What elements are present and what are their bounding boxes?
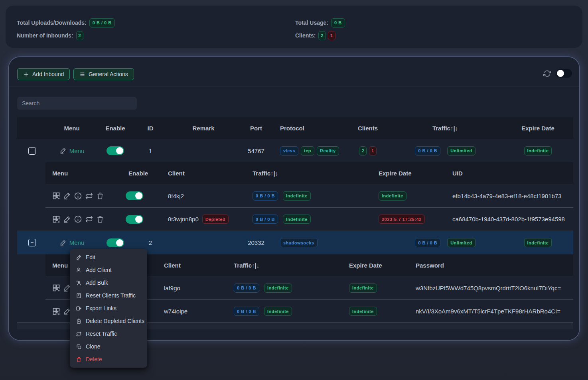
collapse-row-button[interactable]: −	[28, 147, 36, 155]
inbound-protocols: vless tcp Reality	[272, 146, 353, 156]
traffic-badge: 0 B / 0 B	[253, 191, 278, 201]
info-icon[interactable]	[74, 192, 82, 200]
header-enable: Enable	[97, 125, 134, 132]
trash-icon	[76, 356, 82, 362]
menu-item-export-links[interactable]: Export Links	[70, 302, 147, 315]
qrcode-icon[interactable]	[52, 192, 60, 200]
header-expire: Expire Date	[372, 170, 446, 177]
general-actions-button[interactable]: General Actions	[73, 68, 134, 80]
table-header: Menu Enable ID Remark Port Protocol Clie…	[17, 117, 573, 139]
trash-icon[interactable]	[96, 192, 104, 200]
inbound-traffic: 0 B / 0 B Unlimited	[382, 146, 508, 156]
stat-value-badge: 2	[76, 31, 84, 40]
search-input[interactable]	[17, 97, 137, 110]
stat-total-usage: Total Usage: 0 B	[295, 18, 345, 28]
edit-pen-icon	[59, 147, 67, 154]
stat-total-uploads-downloads: Total Uploads/Downloads: 0 B / 0 B	[17, 18, 115, 28]
inbound-clients: 2 1	[353, 146, 382, 156]
stats-panel: Total Uploads/Downloads: 0 B / 0 B Numbe…	[6, 6, 582, 48]
expire-badge: Indefinite	[349, 284, 377, 293]
traffic-limit-badge: Unlimited	[447, 146, 476, 156]
header-menu: Menu	[47, 125, 97, 132]
traffic-badge: 0 B / 0 B	[234, 284, 259, 293]
add-inbound-button[interactable]: Add Inbound	[17, 68, 70, 80]
delete-depleted-icon	[76, 318, 82, 324]
clients-depleted-badge: 1	[328, 31, 335, 40]
stat-label: Total Usage:	[295, 20, 328, 26]
inbound-enable-toggle[interactable]	[107, 146, 124, 155]
expire-badge: Indefinite	[524, 238, 552, 247]
inbound-port: 20332	[240, 239, 272, 246]
refresh-icon[interactable]	[543, 70, 551, 77]
user-add-icon	[76, 267, 82, 273]
expire-badge: Indefinite	[349, 307, 377, 316]
inbound-id: 1	[134, 148, 167, 154]
qrcode-icon[interactable]	[52, 307, 60, 315]
menu-item-delete-depleted-clients[interactable]: Delete Depleted Clients	[70, 315, 147, 327]
traffic-badge: 0 B / 0 B	[234, 307, 259, 316]
client-enable-toggle[interactable]	[126, 191, 143, 200]
inbound-id: 2	[134, 239, 167, 246]
client-name: 8f4kj2	[168, 193, 184, 199]
header-enable: Enable	[122, 170, 161, 177]
menu-item-add-bulk[interactable]: Add Bulk	[70, 276, 147, 289]
qrcode-icon[interactable]	[52, 215, 60, 223]
traffic-limit-badge: Indefinite	[264, 307, 292, 316]
inbound-menu-button[interactable]: Menu	[59, 239, 85, 246]
header-expire: Expire Date	[342, 262, 409, 269]
inbound-context-menu: Edit Add Client Add Bulk Reset Clients T…	[70, 249, 147, 368]
protocol-badge: tcp	[301, 146, 314, 156]
header-uid: UID	[446, 170, 573, 177]
edit-pen-icon[interactable]	[63, 215, 71, 223]
reset-traffic-icon[interactable]	[85, 215, 93, 223]
menu-item-reset-clients-traffic[interactable]: Reset Clients Traffic	[70, 289, 147, 302]
dark-mode-toggle[interactable]	[556, 69, 572, 78]
menu-lines-icon	[79, 71, 85, 77]
info-icon[interactable]	[74, 215, 82, 223]
protocol-badge: vless	[280, 146, 298, 156]
collapse-row-button[interactable]: −	[28, 239, 36, 246]
header-traffic[interactable]: Traffic↑|↓	[382, 125, 508, 132]
menu-item-add-client[interactable]: Add Client	[70, 264, 147, 276]
inbound-expire: Indefinite	[508, 146, 573, 156]
header-traffic[interactable]: Traffic↑|↓	[227, 262, 342, 269]
expire-badge: 2023-5-7 17:25:42	[379, 215, 425, 224]
header-port: Port	[240, 125, 272, 132]
traffic-limit-badge: Indefinite	[283, 191, 311, 201]
inbound-menu-button[interactable]: Menu	[59, 147, 85, 154]
traffic-badge: 0 B / 0 B	[415, 146, 440, 156]
edit-pen-icon[interactable]	[63, 192, 71, 200]
trash-icon[interactable]	[96, 215, 104, 223]
client-uid: efb14b43-4a79-4e83-ef18-e48cf1901b73	[446, 193, 573, 199]
subtable-header: Menu Enable Client Traffic↑|↓ Expire Dat…	[45, 162, 573, 184]
menu-item-edit[interactable]: Edit	[70, 251, 147, 264]
client-enable-toggle[interactable]	[126, 215, 143, 224]
traffic-badge: 0 B / 0 B	[415, 238, 440, 247]
header-client: Client	[161, 170, 246, 177]
inbound-port: 54767	[240, 148, 272, 154]
expire-badge: Indefinite	[524, 146, 552, 156]
client-password: w3NfbzUPf5WWd745Q8pvsmQrdrttT2lO6knuI7Di…	[409, 285, 573, 291]
header-expire: Expire Date	[508, 125, 573, 132]
menu-item-clone[interactable]: Clone	[70, 340, 147, 353]
stat-label: Total Uploads/Downloads:	[17, 20, 87, 26]
protocol-badge: shadowsocks	[280, 238, 318, 247]
clients-subtable-1: Menu Enable Client Traffic↑|↓ Expire Dat…	[45, 162, 573, 230]
traffic-limit-badge: Unlimited	[447, 238, 476, 247]
header-protocol: Protocol	[272, 125, 353, 132]
inbound-expire: Indefinite	[508, 238, 573, 247]
plus-icon	[23, 71, 29, 77]
inbound-enable-toggle[interactable]	[107, 238, 124, 247]
qrcode-icon[interactable]	[52, 284, 60, 292]
client-password: nkV/I/3XoAm9v6xMT/T5lcrF4TpeTKF98rHARbRo…	[409, 308, 573, 315]
header-clients: Clients	[353, 125, 382, 132]
stat-number-of-inbounds: Number of Inbounds: 2	[17, 31, 83, 40]
menu-item-reset-traffic[interactable]: Reset Traffic	[70, 327, 147, 340]
header-traffic[interactable]: Traffic↑|↓	[246, 170, 372, 177]
stat-clients: Clients: 2 1	[295, 31, 335, 40]
expire-badge: Indefinite	[379, 191, 406, 201]
reset-traffic-icon[interactable]	[85, 192, 93, 200]
protocol-badge: Reality	[317, 146, 339, 156]
client-uid: ca68470b-1940-437d-802b-1f9573e94598	[446, 216, 573, 222]
menu-item-delete[interactable]: Delete	[70, 353, 147, 366]
